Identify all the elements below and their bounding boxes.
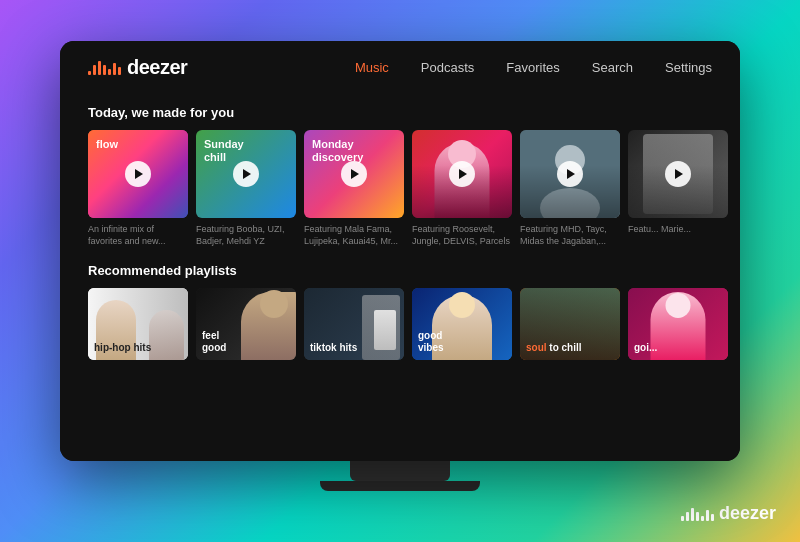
wbar2	[686, 512, 689, 521]
play-icon	[567, 169, 575, 179]
wbar7	[711, 514, 714, 521]
card-monday-play[interactable]	[341, 161, 367, 187]
playlist-hiphop-label: hip-hop hits	[94, 342, 151, 354]
card-photo2-play[interactable]	[557, 161, 583, 187]
main-nav: Music Podcasts Favorites Search Settings	[355, 60, 712, 75]
watermark-logo-bars	[681, 507, 714, 521]
playlist-goodvibes[interactable]: goodvibes	[412, 288, 512, 360]
bar3	[98, 61, 101, 75]
card-photo1-desc: Featuring Roosevelt, Jungle, DELVIS, Par…	[412, 224, 512, 247]
card-flow-play[interactable]	[125, 161, 151, 187]
wbar1	[681, 516, 684, 521]
wbar4	[696, 512, 699, 521]
playlist-tiktok-label: tiktok hits	[310, 342, 357, 354]
card-flow[interactable]: flow An infinite mix of favorites and ne…	[88, 130, 188, 247]
nav-search[interactable]: Search	[592, 60, 633, 75]
playlist-row: hip-hop hits feelgood tiktok h	[88, 288, 712, 360]
section2-title: Recommended playlists	[88, 263, 712, 278]
card-sunday[interactable]: Sundaychill Featuring Booba, UZI, Badjer…	[196, 130, 296, 247]
playlist-tiktok[interactable]: tiktok hits	[304, 288, 404, 360]
playlist-goi[interactable]: goi...	[628, 288, 728, 360]
bar2	[93, 65, 96, 75]
playlist-soultochill-label: soul to chill	[526, 342, 582, 354]
wbar3	[691, 508, 694, 521]
bar7	[118, 67, 121, 75]
tv-wrapper: deezer Music Podcasts Favorites Search S…	[60, 41, 740, 501]
play-icon	[459, 169, 467, 179]
tv-stand	[350, 461, 450, 481]
card-photo2-desc: Featuring MHD, Tayc, Midas the Jagaban,.…	[520, 224, 620, 247]
card-photo1-play[interactable]	[449, 161, 475, 187]
playlist-feelgood[interactable]: feelgood	[196, 288, 296, 360]
logo-bars	[88, 59, 121, 75]
card-photo3-play[interactable]	[665, 161, 691, 187]
card-photo3-thumb	[628, 130, 728, 218]
background: deezer deezer	[0, 0, 800, 542]
tv-screen: deezer Music Podcasts Favorites Search S…	[60, 41, 740, 461]
card-photo3[interactable]: Featu... Marie...	[628, 130, 728, 247]
card-photo2-thumb	[520, 130, 620, 218]
card-monday-desc: Featuring Mala Fama, Lujipeka, Kauai45, …	[304, 224, 404, 247]
section1-title: Today, we made for you	[88, 105, 712, 120]
card-flow-label: flow	[96, 138, 118, 151]
card-monday-thumb: Mondaydiscovery	[304, 130, 404, 218]
card-photo2[interactable]: Featuring MHD, Tayc, Midas the Jagaban,.…	[520, 130, 620, 247]
card-flow-desc: An infinite mix of favorites and new...	[88, 224, 188, 247]
watermark: deezer	[681, 503, 776, 524]
playlist-goodvibes-label: goodvibes	[418, 330, 444, 354]
bar6	[113, 63, 116, 75]
logo-text: deezer	[127, 56, 187, 79]
play-icon	[351, 169, 359, 179]
card-sunday-desc: Featuring Booba, UZI, Badjer, Mehdi YZ	[196, 224, 296, 247]
card-photo1[interactable]: Featuring Roosevelt, Jungle, DELVIS, Par…	[412, 130, 512, 247]
card-sunday-label: Sundaychill	[204, 138, 244, 164]
nav-podcasts[interactable]: Podcasts	[421, 60, 474, 75]
logo: deezer	[88, 56, 187, 79]
watermark-text: deezer	[719, 503, 776, 524]
nav-favorites[interactable]: Favorites	[506, 60, 559, 75]
wbar6	[706, 510, 709, 521]
bar5	[108, 69, 111, 75]
nav-settings[interactable]: Settings	[665, 60, 712, 75]
card-photo3-desc: Featu... Marie...	[628, 224, 728, 236]
bar1	[88, 71, 91, 75]
play-icon	[243, 169, 251, 179]
play-icon	[675, 169, 683, 179]
wbar5	[701, 516, 704, 521]
header: deezer Music Podcasts Favorites Search S…	[60, 41, 740, 93]
card-flow-thumb: flow	[88, 130, 188, 218]
card-sunday-thumb: Sundaychill	[196, 130, 296, 218]
nav-music[interactable]: Music	[355, 60, 389, 75]
bar4	[103, 65, 106, 75]
cards-row: flow An infinite mix of favorites and ne…	[88, 130, 712, 247]
card-photo1-thumb	[412, 130, 512, 218]
playlist-feelgood-label: feelgood	[202, 330, 226, 354]
playlist-hiphop[interactable]: hip-hop hits	[88, 288, 188, 360]
tv-base	[320, 481, 480, 491]
card-monday[interactable]: Mondaydiscovery Featuring Mala Fama, Luj…	[304, 130, 404, 247]
main-content: Today, we made for you flow An infinite …	[60, 93, 740, 461]
play-icon	[135, 169, 143, 179]
playlist-soultochill[interactable]: soul to chill	[520, 288, 620, 360]
playlist-goi-label: goi...	[634, 342, 657, 354]
card-sunday-play[interactable]	[233, 161, 259, 187]
